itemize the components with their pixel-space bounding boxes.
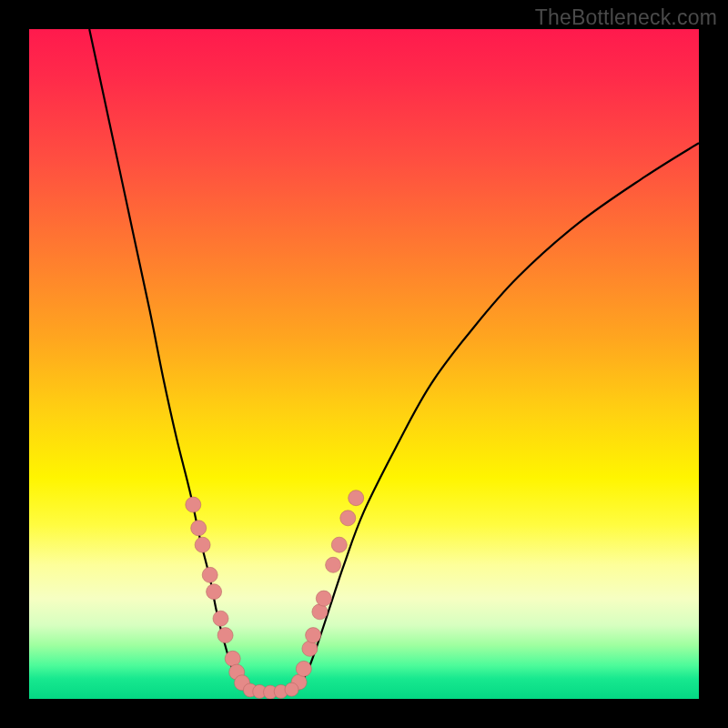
watermark-text: TheBottleneck.com [535,5,717,30]
data-marker [195,537,210,552]
data-marker [316,591,331,606]
data-marker [207,584,222,600]
curve-right-branch [297,143,699,688]
data-marker [306,628,321,643]
data-marker [285,682,298,696]
data-marker [225,651,240,666]
marker-group [186,490,364,699]
data-marker [186,497,201,512]
data-marker [302,641,318,656]
data-marker [340,511,356,526]
data-marker [331,537,347,552]
data-marker [202,567,217,582]
data-marker [217,628,233,643]
data-marker [296,661,311,676]
data-marker [349,490,364,506]
data-marker [326,557,341,572]
data-marker [213,611,228,626]
plot-area [29,29,699,699]
chart-frame: TheBottleneck.com [0,0,728,728]
curve-layer [29,29,699,699]
data-marker [312,604,328,620]
data-marker [191,521,207,536]
